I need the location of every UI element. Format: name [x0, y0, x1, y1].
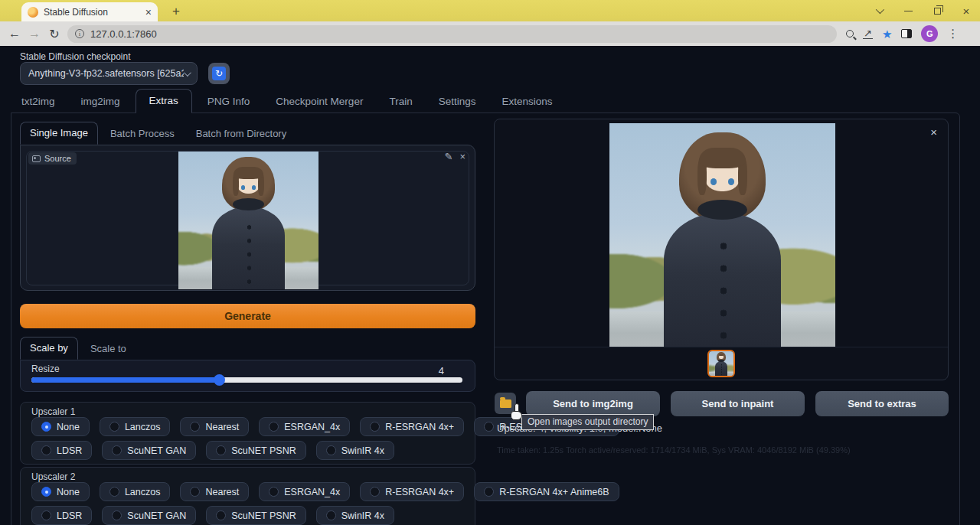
gallery-thumbnail-strip	[495, 347, 948, 380]
gallery-close-icon[interactable]: ×	[930, 126, 937, 139]
send-to-extras-button[interactable]: Send to extras	[815, 391, 949, 416]
upscaler2-label: Upscaler 2	[31, 471, 75, 482]
radio-icon	[269, 487, 279, 497]
window-minimize-button[interactable]	[895, 0, 921, 21]
tab-scale-to[interactable]: Scale to	[81, 338, 136, 360]
upscaler1-option-ldsr[interactable]: LDSR	[31, 441, 92, 460]
radio-icon	[109, 487, 119, 497]
upscaler2-option-none[interactable]: None	[31, 482, 90, 501]
upscaler1-option-nearest[interactable]: Nearest	[180, 417, 249, 436]
address-bar[interactable]: i 127.0.0.1:7860	[67, 25, 837, 43]
chevron-down-icon	[184, 69, 191, 77]
radio-icon	[216, 510, 226, 520]
radio-icon	[370, 422, 380, 432]
edit-image-icon[interactable]: ✎	[445, 151, 453, 162]
tab-checkpoint-merger[interactable]: Checkpoint Merger	[265, 90, 374, 113]
upscaler2-option-resrgan-anime6b[interactable]: R-ESRGAN 4x+ Anime6B	[474, 482, 619, 501]
new-tab-button[interactable]: +	[167, 3, 185, 20]
tooltip: Open images output directory	[521, 414, 654, 430]
browser-tabstrip: Stable Diffusion × + ×	[0, 0, 980, 21]
resize-slider[interactable]	[31, 377, 462, 383]
upscaler2-option-scunet-psnr[interactable]: ScuNET PSNR	[206, 506, 306, 525]
generate-button[interactable]: Generate	[20, 304, 475, 328]
window-restore-button[interactable]	[924, 0, 950, 21]
radio-icon	[190, 487, 200, 497]
upscaler2-group: Upscaler 2 None Lanczos Nearest ESRGAN_4…	[20, 467, 475, 525]
thumbnail-image	[709, 351, 733, 376]
upscaler1-option-scunet-psnr[interactable]: ScuNET PSNR	[206, 441, 306, 460]
tab-img2img[interactable]: img2img	[70, 90, 131, 113]
radio-icon	[112, 445, 122, 455]
upscaler1-option-swinir4x[interactable]: SwinIR 4x	[316, 441, 394, 460]
upscaler2-option-lanczos[interactable]: Lanczos	[100, 482, 171, 501]
source-image-dropzone[interactable]: Source ✎ ×	[20, 145, 475, 291]
profile-avatar[interactable]: G	[921, 25, 938, 42]
refresh-checkpoints-button[interactable]: ↻	[208, 63, 230, 84]
clear-image-icon[interactable]: ×	[459, 151, 466, 162]
result-image[interactable]	[609, 123, 835, 347]
subtab-batch-process[interactable]: Batch Process	[101, 123, 184, 145]
radio-icon	[370, 487, 380, 497]
upscaler2-option-esrgan4x[interactable]: ESRGAN_4x	[259, 482, 350, 501]
send-to-img2img-button[interactable]: Send to img2img	[526, 391, 660, 416]
extras-sub-tab-bar: Single Image Batch Process Batch from Di…	[20, 123, 296, 145]
tab-scale-by[interactable]: Scale by	[20, 337, 78, 360]
radio-icon	[326, 445, 336, 455]
back-button[interactable]: ←	[5, 27, 24, 41]
subtab-batch-from-directory[interactable]: Batch from Directory	[187, 123, 296, 145]
forward-button[interactable]: →	[24, 27, 44, 41]
radio-icon	[190, 422, 200, 432]
source-badge: Source	[28, 152, 77, 165]
zoom-icon[interactable]	[846, 30, 854, 38]
upscaler2-option-swinir4x[interactable]: SwinIR 4x	[316, 506, 394, 525]
upscaler2-option-nearest[interactable]: Nearest	[180, 482, 249, 501]
upscaler2-option-resrgan4x[interactable]: R-ESRGAN 4x+	[360, 482, 464, 501]
tab-txt2img[interactable]: txt2img	[11, 90, 66, 113]
tab-extensions[interactable]: Extensions	[491, 90, 563, 113]
upscaler1-option-none[interactable]: None	[31, 417, 90, 436]
reload-button[interactable]: ↻	[44, 27, 64, 41]
upscaler1-option-esrgan4x[interactable]: ESRGAN_4x	[259, 417, 350, 436]
resize-value-input[interactable]: 4	[439, 365, 444, 377]
browser-toolbar: ← → ↻ i 127.0.0.1:7860 ↗ ★ G ⋮	[0, 21, 980, 46]
upscaler2-option-ldsr[interactable]: LDSR	[31, 506, 92, 525]
radio-icon	[484, 487, 494, 497]
browser-menu-icon[interactable]: ⋮	[947, 27, 959, 41]
source-label: Source	[44, 154, 71, 163]
side-panel-icon[interactable]	[901, 29, 912, 38]
browser-tab[interactable]: Stable Diffusion ×	[21, 2, 158, 21]
subtab-single-image[interactable]: Single Image	[20, 122, 98, 145]
tab-train[interactable]: Train	[378, 90, 423, 113]
checkpoint-dropdown[interactable]: Anything-V3-fp32.safetensors [625a2ba2]	[20, 62, 198, 85]
send-to-inpaint-button[interactable]: Send to inpaint	[671, 391, 805, 416]
tab-settings[interactable]: Settings	[428, 90, 487, 113]
radio-icon	[109, 422, 119, 432]
window-menu-chevron-icon[interactable]	[866, 0, 892, 21]
share-icon[interactable]: ↗	[863, 29, 873, 39]
radio-checked-icon	[41, 422, 51, 432]
radio-icon	[269, 422, 279, 432]
checkpoint-label: Stable Diffusion checkpoint	[20, 51, 131, 62]
upscaler2-option-scunet-gan[interactable]: ScuNET GAN	[102, 506, 196, 525]
tab-extras[interactable]: Extras	[136, 89, 192, 113]
upscaler1-option-resrgan4x[interactable]: R-ESRGAN 4x+	[360, 417, 464, 436]
result-gallery: ×	[494, 119, 949, 380]
webui-page: Stable Diffusion checkpoint Anything-V3-…	[0, 46, 980, 525]
gallery-thumbnail-selected[interactable]	[707, 350, 735, 377]
tab-png-info[interactable]: PNG Info	[197, 90, 261, 113]
radio-checked-icon	[41, 487, 51, 497]
radio-icon	[326, 510, 336, 520]
resize-slider-group: Resize 4	[20, 360, 475, 392]
upscaler1-option-scunet-gan[interactable]: ScuNET GAN	[102, 441, 196, 460]
radio-icon	[41, 510, 51, 520]
radio-icon	[112, 510, 122, 520]
slider-handle[interactable]	[214, 374, 225, 386]
source-image	[178, 152, 318, 289]
window-close-button[interactable]: ×	[953, 0, 979, 21]
site-info-icon[interactable]: i	[75, 29, 84, 38]
upscaler1-label: Upscaler 1	[31, 406, 75, 417]
main-tab-bar: txt2img img2img Extras PNG Info Checkpoi…	[11, 92, 563, 113]
tab-close-icon[interactable]: ×	[145, 7, 152, 18]
upscaler1-option-lanczos[interactable]: Lanczos	[100, 417, 171, 436]
bookmark-star-icon[interactable]: ★	[882, 28, 892, 40]
